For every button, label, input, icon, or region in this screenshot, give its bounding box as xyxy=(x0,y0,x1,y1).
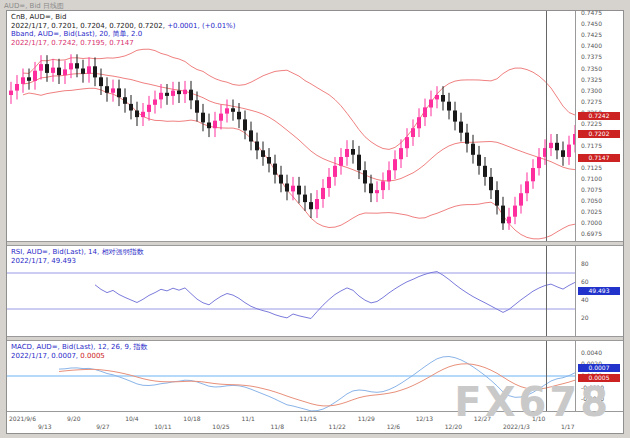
price-axis-label: 0.7425 xyxy=(581,32,602,38)
time-label: 11/22 xyxy=(329,423,346,430)
price-axis-label: 0.7350 xyxy=(581,66,602,72)
price-axis-label: 0.7000 xyxy=(581,220,602,226)
rsi-axis-label: 80 xyxy=(581,261,589,267)
price-axis-label: 0.7400 xyxy=(581,43,602,49)
macd-axis-label: -0.0020 xyxy=(581,385,604,391)
rsi-panel[interactable]: RSI, AUD=, Bid(Last), 14, 相对强弱指数 2022/1/… xyxy=(7,246,575,336)
macd-axis-label: -0.0040 xyxy=(581,396,604,402)
rsi-tag: 49.493 xyxy=(578,287,620,295)
candlestick-chart[interactable] xyxy=(7,11,575,241)
price-axis-label: 0.7100 xyxy=(581,176,602,182)
time-label: 1/17 xyxy=(561,423,574,430)
price-tag: 0.7242 xyxy=(578,112,620,120)
time-label: 10/18 xyxy=(183,415,200,422)
price-axis-label: 0.7175 xyxy=(581,143,602,149)
price-axis-label: 0.7075 xyxy=(581,187,602,193)
time-axis[interactable]: 2021/9/69/139/209/2710/410/1110/1810/251… xyxy=(7,411,623,433)
rsi-axis-label: 60 xyxy=(581,279,589,285)
price-axis[interactable]: 0.74750.74500.74250.74000.73750.73500.73… xyxy=(575,11,623,241)
price-axis-label: 0.7125 xyxy=(581,165,602,171)
time-label: 10/4 xyxy=(125,415,138,422)
time-label: 11/1 xyxy=(241,415,254,422)
rsi-axis[interactable]: 8060402049.493 xyxy=(575,246,623,336)
rsi-axis-label: 20 xyxy=(581,315,589,321)
rsi-chart[interactable] xyxy=(7,246,575,336)
time-label: 11/8 xyxy=(270,423,283,430)
price-axis-label: 0.7050 xyxy=(581,198,602,204)
price-panel[interactable]: CnB, AUD=, Bid 2022/1/17, 0.7201, 0.7204… xyxy=(7,11,575,241)
time-label: 1/10 xyxy=(532,415,545,422)
time-label: 10/11 xyxy=(154,423,171,430)
macd-chart[interactable] xyxy=(7,341,575,411)
time-label: 9/20 xyxy=(67,415,80,422)
time-label: 11/15 xyxy=(300,415,317,422)
time-label: 2022/1/3 xyxy=(503,423,530,430)
window-title: AUD=, Bid 日线图 xyxy=(4,2,64,10)
panel-splitter[interactable] xyxy=(7,336,623,341)
macd-panel[interactable]: MACD, AUD=, Bid(Last), 12, 26, 9, 指数 202… xyxy=(7,341,575,411)
price-axis-label: 0.7300 xyxy=(581,88,602,94)
price-tag: 0.7147 xyxy=(578,154,620,162)
panel-splitter[interactable] xyxy=(7,241,623,246)
price-axis-label: 0.7275 xyxy=(581,99,602,105)
crosshair-vline xyxy=(546,11,547,411)
price-axis-label: 0.7450 xyxy=(581,21,602,27)
time-label: 9/27 xyxy=(96,423,109,430)
time-label: 11/29 xyxy=(358,415,375,422)
time-label: 9/13 xyxy=(38,423,51,430)
macd-axis-label: 0.0040 xyxy=(581,350,602,356)
price-axis-label: 0.6975 xyxy=(581,231,602,237)
price-axis-label: 0.7225 xyxy=(581,121,602,127)
time-label: 12/20 xyxy=(445,423,462,430)
time-label: 12/27 xyxy=(474,415,491,422)
chart-frame: CnB, AUD=, Bid 2022/1/17, 0.7201, 0.7204… xyxy=(6,10,624,434)
macd-tag: 0.0005 xyxy=(578,374,620,382)
price-axis-label: 0.7375 xyxy=(581,54,602,60)
price-axis-label: 0.7475 xyxy=(581,10,602,16)
time-label: 12/13 xyxy=(416,415,433,422)
time-label: 2021/9/6 xyxy=(9,415,36,422)
price-axis-label: 0.7325 xyxy=(581,77,602,83)
time-label: 12/6 xyxy=(387,423,400,430)
macd-axis[interactable]: 0.00400.00200.0000-0.0020-0.00400.00070.… xyxy=(575,341,623,411)
price-axis-label: 0.7025 xyxy=(581,209,602,215)
rsi-axis-label: 40 xyxy=(581,297,589,303)
price-tag: 0.7202 xyxy=(578,130,620,138)
macd-tag: 0.0007 xyxy=(578,364,620,372)
time-label: 10/25 xyxy=(212,423,229,430)
